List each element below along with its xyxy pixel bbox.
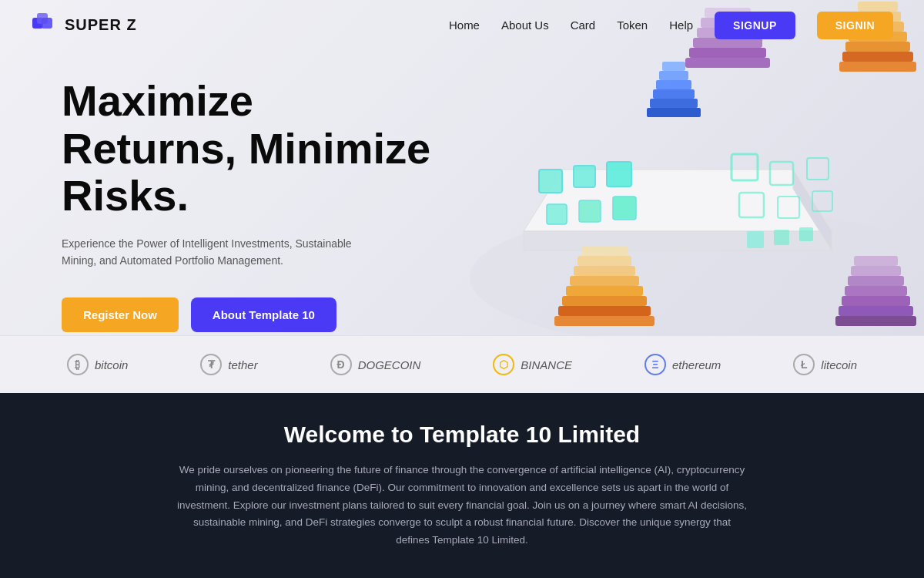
hero-buttons: Register Now About Template 10	[62, 297, 431, 332]
hero-title: Maximize Returns, Minimize Risks.	[62, 77, 431, 220]
svg-rect-2	[42, 18, 52, 29]
dark-section-title: Welcome to Template 10 Limited	[284, 422, 640, 448]
crypto-bitcoin: ₿ bitcoin	[67, 354, 128, 375]
ethereum-label: ethereum	[672, 358, 721, 371]
svg-rect-39	[574, 266, 635, 276]
nav-about-us[interactable]: About Us	[501, 18, 549, 32]
hero-section: SUPER Z Home About Us Card Token Help SI…	[0, 0, 924, 393]
logo-text: SUPER Z	[65, 16, 137, 34]
nav-help[interactable]: Help	[669, 18, 693, 32]
binance-icon: ⬡	[493, 354, 514, 375]
ethereum-icon: Ξ	[644, 354, 666, 375]
crypto-litecoin: Ł litecoin	[793, 354, 857, 375]
logo: SUPER Z	[31, 12, 137, 39]
svg-rect-34	[554, 316, 654, 326]
dogecoin-icon: Ð	[330, 354, 352, 375]
svg-rect-35	[558, 306, 651, 316]
hero-illustration	[385, 0, 924, 393]
svg-rect-26	[774, 230, 789, 245]
crypto-ticker-bar: ₿ bitcoin ₮ tether Ð DOGECOIN ⬡ BINANCE …	[0, 335, 924, 393]
svg-rect-27	[799, 227, 813, 241]
nav-card[interactable]: Card	[571, 18, 596, 32]
svg-rect-52	[845, 286, 907, 296]
svg-rect-43	[842, 52, 913, 62]
bitcoin-icon: ₿	[67, 354, 89, 375]
svg-rect-41	[581, 246, 628, 256]
register-button[interactable]: Register Now	[62, 297, 179, 332]
crypto-binance: ⬡ BINANCE	[493, 354, 572, 375]
svg-rect-16	[547, 204, 567, 224]
svg-rect-11	[659, 71, 688, 80]
main-nav: Home About Us Card Token Help SIGNUP SIG…	[449, 12, 893, 39]
dogecoin-label: DOGECOIN	[358, 358, 421, 371]
svg-rect-25	[747, 231, 764, 248]
hero-subtitle: Experience the Power of Intelligent Inve…	[62, 235, 354, 270]
svg-rect-53	[848, 276, 904, 286]
svg-rect-12	[662, 62, 685, 71]
svg-rect-55	[854, 256, 898, 266]
svg-rect-13	[539, 170, 562, 193]
svg-rect-17	[579, 200, 601, 222]
nav-home[interactable]: Home	[449, 18, 480, 32]
dark-section-description: We pride ourselves on pioneering the fut…	[177, 462, 747, 550]
signin-button[interactable]: SIGNIN	[817, 12, 893, 39]
svg-rect-51	[842, 296, 910, 306]
signup-button[interactable]: SIGNUP	[715, 12, 795, 39]
svg-rect-10	[656, 80, 691, 89]
dark-section: Welcome to Template 10 Limited We pride …	[0, 393, 924, 578]
svg-rect-49	[835, 316, 916, 326]
crypto-ethereum: Ξ ethereum	[644, 354, 721, 375]
tether-icon: ₮	[200, 354, 222, 375]
svg-rect-37	[566, 286, 643, 296]
svg-rect-18	[613, 197, 636, 220]
about-button[interactable]: About Template 10	[191, 297, 336, 332]
svg-rect-36	[562, 296, 647, 306]
litecoin-label: litecoin	[821, 358, 857, 371]
svg-rect-15	[607, 162, 631, 187]
svg-rect-21	[807, 158, 829, 180]
svg-rect-38	[570, 276, 639, 286]
svg-rect-9	[653, 89, 695, 99]
svg-marker-4	[524, 170, 832, 231]
hero-content: Maximize Returns, Minimize Risks. Experi…	[62, 77, 431, 332]
logo-icon	[31, 12, 59, 39]
svg-rect-54	[851, 266, 901, 276]
crypto-dogecoin: Ð DOGECOIN	[330, 354, 421, 375]
tether-label: tether	[228, 358, 257, 371]
svg-rect-28	[685, 58, 770, 68]
crypto-tether: ₮ tether	[200, 354, 257, 375]
svg-rect-40	[578, 256, 631, 266]
svg-rect-7	[647, 108, 701, 117]
header: SUPER Z Home About Us Card Token Help SI…	[0, 0, 924, 50]
svg-rect-50	[839, 306, 913, 316]
svg-rect-42	[839, 62, 916, 72]
bitcoin-label: bitcoin	[95, 358, 128, 371]
svg-rect-8	[650, 99, 698, 108]
binance-label: BINANCE	[521, 358, 572, 371]
nav-token[interactable]: Token	[617, 18, 648, 32]
svg-rect-14	[574, 166, 595, 187]
litecoin-icon: Ł	[793, 354, 815, 375]
